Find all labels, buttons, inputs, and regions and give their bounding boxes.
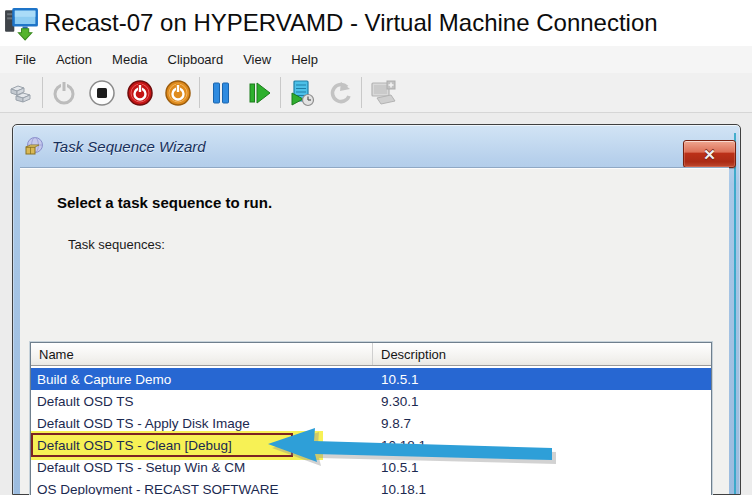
menu-help[interactable]: Help — [281, 48, 328, 71]
window-title: Recast-07 on HYPERVAMD - Virtual Machine… — [44, 9, 658, 37]
ctrl-alt-del-keys-icon — [7, 79, 35, 107]
table-row[interactable]: Default OSD TS 9.30.1 — [31, 390, 711, 412]
dialog-title: Task Sequence Wizard — [52, 138, 206, 155]
table-row[interactable]: Build & Capture Demo 10.5.1 — [31, 368, 711, 390]
menu-clipboard[interactable]: Clipboard — [158, 48, 234, 71]
dialog-titlebar: Task Sequence Wizard — [13, 125, 740, 167]
step-play-icon — [245, 79, 273, 107]
pause-icon — [207, 79, 235, 107]
checkpoint-icon — [288, 79, 316, 107]
resume-button[interactable] — [240, 75, 278, 111]
toolbar-separator — [280, 77, 281, 108]
list-header: Name Description — [31, 343, 711, 366]
toolbar-separator — [361, 77, 362, 108]
power-grey-icon — [50, 79, 78, 107]
ctrl-alt-del-button[interactable] — [2, 75, 40, 111]
table-row[interactable]: OS Deployment - RECAST SOFTWARE 10.18.1 — [31, 478, 711, 495]
vm-toolbar — [0, 73, 752, 113]
shut-down-button[interactable] — [121, 75, 159, 111]
task-sequence-version: 9.30.1 — [373, 394, 711, 409]
start-button — [45, 75, 83, 111]
task-sequence-name: Default OSD TS — [31, 394, 373, 409]
task-sequence-name: Build & Capture Demo — [31, 372, 373, 387]
close-icon: ✕ — [703, 147, 716, 162]
task-sequence-version: 9.8.7 — [373, 416, 711, 431]
task-sequence-version: 10.18.1 — [373, 482, 711, 495]
task-sequence-name: OS Deployment - RECAST SOFTWARE — [31, 482, 373, 495]
dialog-heading: Select a task sequence to run. — [57, 194, 272, 211]
save-button[interactable] — [159, 75, 197, 111]
enhanced-session-icon — [369, 79, 397, 107]
close-button[interactable]: ✕ — [683, 140, 736, 168]
enhanced-session-button — [364, 75, 402, 111]
menu-bar: File Action Media Clipboard View Help — [0, 46, 752, 73]
revert-button — [321, 75, 359, 111]
power-red-icon — [126, 79, 154, 107]
menu-action[interactable]: Action — [46, 48, 102, 71]
list-body: Build & Capture Demo 10.5.1 Default OSD … — [31, 368, 711, 495]
menu-media[interactable]: Media — [102, 48, 157, 71]
stop-square-icon — [88, 79, 116, 107]
task-sequence-version: 10.5.1 — [373, 372, 711, 387]
revert-arrow-icon — [326, 79, 354, 107]
pause-button[interactable] — [202, 75, 240, 111]
task-sequence-wizard-icon — [24, 136, 45, 157]
table-row[interactable]: Default OSD TS - Setup Win & CM 10.5.1 — [31, 456, 711, 478]
window-titlebar: Recast-07 on HYPERVAMD - Virtual Machine… — [0, 0, 752, 46]
task-sequence-list: Name Description Build & Capture Demo 10… — [30, 342, 712, 495]
hyperv-vm-icon — [3, 5, 40, 42]
dialog-content: Select a task sequence to run. Task sequ… — [20, 167, 729, 494]
task-sequence-version: 10.5.1 — [373, 460, 711, 475]
column-header-description[interactable]: Description — [373, 343, 711, 365]
task-sequence-version: 10.18.1 — [373, 438, 711, 453]
task-sequence-wizard-dialog: Task Sequence Wizard ✕ Select a task seq… — [12, 124, 741, 495]
turn-off-button[interactable] — [83, 75, 121, 111]
checkpoint-button[interactable] — [283, 75, 321, 111]
task-sequence-name: Default OSD TS - Setup Win & CM — [31, 460, 373, 475]
menu-file[interactable]: File — [5, 48, 46, 71]
menu-view[interactable]: View — [233, 48, 281, 71]
glass-accent-line — [734, 133, 736, 494]
table-row[interactable]: Default OSD TS - Clean [Debug] 10.18.1 — [31, 434, 711, 456]
power-orange-icon — [164, 79, 192, 107]
task-sequence-name: Default OSD TS - Apply Disk Image — [31, 416, 373, 431]
column-header-name[interactable]: Name — [31, 343, 373, 365]
toolbar-separator — [199, 77, 200, 108]
toolbar-separator — [42, 77, 43, 108]
task-sequence-name: Default OSD TS - Clean [Debug] — [31, 438, 373, 453]
task-sequences-label: Task sequences: — [68, 237, 165, 252]
